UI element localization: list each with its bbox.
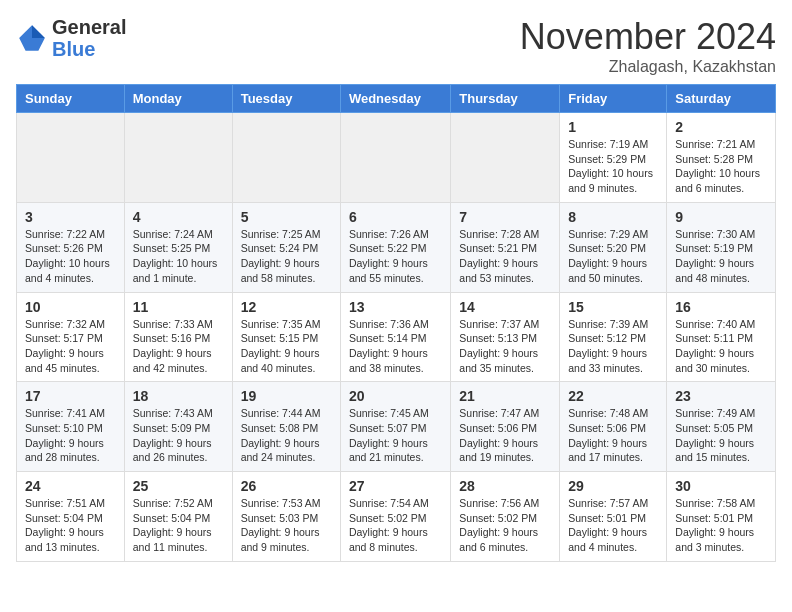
day-number: 18 xyxy=(133,388,224,404)
calendar-cell: 9Sunrise: 7:30 AM Sunset: 5:19 PM Daylig… xyxy=(667,202,776,292)
day-number: 10 xyxy=(25,299,116,315)
calendar-week-row: 1Sunrise: 7:19 AM Sunset: 5:29 PM Daylig… xyxy=(17,113,776,203)
day-number: 4 xyxy=(133,209,224,225)
calendar-cell: 22Sunrise: 7:48 AM Sunset: 5:06 PM Dayli… xyxy=(560,382,667,472)
calendar-cell: 20Sunrise: 7:45 AM Sunset: 5:07 PM Dayli… xyxy=(340,382,450,472)
weekday-header: Sunday xyxy=(17,85,125,113)
calendar-cell: 7Sunrise: 7:28 AM Sunset: 5:21 PM Daylig… xyxy=(451,202,560,292)
day-number: 23 xyxy=(675,388,767,404)
day-info: Sunrise: 7:56 AM Sunset: 5:02 PM Dayligh… xyxy=(459,496,551,555)
day-number: 11 xyxy=(133,299,224,315)
day-info: Sunrise: 7:53 AM Sunset: 5:03 PM Dayligh… xyxy=(241,496,332,555)
weekday-header: Friday xyxy=(560,85,667,113)
calendar-cell: 10Sunrise: 7:32 AM Sunset: 5:17 PM Dayli… xyxy=(17,292,125,382)
day-info: Sunrise: 7:40 AM Sunset: 5:11 PM Dayligh… xyxy=(675,317,767,376)
day-number: 6 xyxy=(349,209,442,225)
calendar-cell: 17Sunrise: 7:41 AM Sunset: 5:10 PM Dayli… xyxy=(17,382,125,472)
day-number: 9 xyxy=(675,209,767,225)
day-number: 8 xyxy=(568,209,658,225)
day-info: Sunrise: 7:54 AM Sunset: 5:02 PM Dayligh… xyxy=(349,496,442,555)
day-number: 19 xyxy=(241,388,332,404)
weekday-header: Tuesday xyxy=(232,85,340,113)
day-info: Sunrise: 7:25 AM Sunset: 5:24 PM Dayligh… xyxy=(241,227,332,286)
day-info: Sunrise: 7:22 AM Sunset: 5:26 PM Dayligh… xyxy=(25,227,116,286)
day-number: 27 xyxy=(349,478,442,494)
logo-general-text: General xyxy=(52,16,126,38)
calendar-cell: 25Sunrise: 7:52 AM Sunset: 5:04 PM Dayli… xyxy=(124,472,232,562)
calendar-cell: 13Sunrise: 7:36 AM Sunset: 5:14 PM Dayli… xyxy=(340,292,450,382)
weekday-header: Wednesday xyxy=(340,85,450,113)
day-info: Sunrise: 7:43 AM Sunset: 5:09 PM Dayligh… xyxy=(133,406,224,465)
day-number: 7 xyxy=(459,209,551,225)
calendar-cell: 3Sunrise: 7:22 AM Sunset: 5:26 PM Daylig… xyxy=(17,202,125,292)
day-info: Sunrise: 7:28 AM Sunset: 5:21 PM Dayligh… xyxy=(459,227,551,286)
day-number: 25 xyxy=(133,478,224,494)
day-number: 13 xyxy=(349,299,442,315)
day-info: Sunrise: 7:41 AM Sunset: 5:10 PM Dayligh… xyxy=(25,406,116,465)
day-info: Sunrise: 7:44 AM Sunset: 5:08 PM Dayligh… xyxy=(241,406,332,465)
weekday-header-row: SundayMondayTuesdayWednesdayThursdayFrid… xyxy=(17,85,776,113)
day-number: 14 xyxy=(459,299,551,315)
calendar-cell xyxy=(451,113,560,203)
day-number: 12 xyxy=(241,299,332,315)
day-number: 29 xyxy=(568,478,658,494)
day-info: Sunrise: 7:57 AM Sunset: 5:01 PM Dayligh… xyxy=(568,496,658,555)
month-title: November 2024 xyxy=(520,16,776,58)
day-info: Sunrise: 7:48 AM Sunset: 5:06 PM Dayligh… xyxy=(568,406,658,465)
day-info: Sunrise: 7:49 AM Sunset: 5:05 PM Dayligh… xyxy=(675,406,767,465)
location: Zhalagash, Kazakhstan xyxy=(520,58,776,76)
weekday-header: Monday xyxy=(124,85,232,113)
calendar-week-row: 3Sunrise: 7:22 AM Sunset: 5:26 PM Daylig… xyxy=(17,202,776,292)
logo-icon xyxy=(16,22,48,54)
calendar-cell: 21Sunrise: 7:47 AM Sunset: 5:06 PM Dayli… xyxy=(451,382,560,472)
calendar-cell: 4Sunrise: 7:24 AM Sunset: 5:25 PM Daylig… xyxy=(124,202,232,292)
day-number: 2 xyxy=(675,119,767,135)
calendar-cell: 16Sunrise: 7:40 AM Sunset: 5:11 PM Dayli… xyxy=(667,292,776,382)
day-info: Sunrise: 7:32 AM Sunset: 5:17 PM Dayligh… xyxy=(25,317,116,376)
day-info: Sunrise: 7:37 AM Sunset: 5:13 PM Dayligh… xyxy=(459,317,551,376)
day-info: Sunrise: 7:39 AM Sunset: 5:12 PM Dayligh… xyxy=(568,317,658,376)
day-info: Sunrise: 7:33 AM Sunset: 5:16 PM Dayligh… xyxy=(133,317,224,376)
page-header: General Blue November 2024 Zhalagash, Ka… xyxy=(16,16,776,76)
day-number: 24 xyxy=(25,478,116,494)
day-info: Sunrise: 7:29 AM Sunset: 5:20 PM Dayligh… xyxy=(568,227,658,286)
day-info: Sunrise: 7:36 AM Sunset: 5:14 PM Dayligh… xyxy=(349,317,442,376)
calendar-cell: 11Sunrise: 7:33 AM Sunset: 5:16 PM Dayli… xyxy=(124,292,232,382)
day-number: 17 xyxy=(25,388,116,404)
calendar-cell: 6Sunrise: 7:26 AM Sunset: 5:22 PM Daylig… xyxy=(340,202,450,292)
calendar-cell: 27Sunrise: 7:54 AM Sunset: 5:02 PM Dayli… xyxy=(340,472,450,562)
calendar-cell: 23Sunrise: 7:49 AM Sunset: 5:05 PM Dayli… xyxy=(667,382,776,472)
day-number: 20 xyxy=(349,388,442,404)
svg-marker-1 xyxy=(32,25,45,38)
calendar-cell: 19Sunrise: 7:44 AM Sunset: 5:08 PM Dayli… xyxy=(232,382,340,472)
day-info: Sunrise: 7:58 AM Sunset: 5:01 PM Dayligh… xyxy=(675,496,767,555)
calendar-cell: 5Sunrise: 7:25 AM Sunset: 5:24 PM Daylig… xyxy=(232,202,340,292)
weekday-header: Saturday xyxy=(667,85,776,113)
day-info: Sunrise: 7:45 AM Sunset: 5:07 PM Dayligh… xyxy=(349,406,442,465)
calendar-table: SundayMondayTuesdayWednesdayThursdayFrid… xyxy=(16,84,776,562)
calendar-cell: 2Sunrise: 7:21 AM Sunset: 5:28 PM Daylig… xyxy=(667,113,776,203)
day-number: 5 xyxy=(241,209,332,225)
calendar-cell xyxy=(232,113,340,203)
calendar-cell xyxy=(340,113,450,203)
day-number: 28 xyxy=(459,478,551,494)
calendar-week-row: 17Sunrise: 7:41 AM Sunset: 5:10 PM Dayli… xyxy=(17,382,776,472)
title-block: November 2024 Zhalagash, Kazakhstan xyxy=(520,16,776,76)
day-number: 3 xyxy=(25,209,116,225)
calendar-cell: 29Sunrise: 7:57 AM Sunset: 5:01 PM Dayli… xyxy=(560,472,667,562)
calendar-cell xyxy=(124,113,232,203)
calendar-cell: 28Sunrise: 7:56 AM Sunset: 5:02 PM Dayli… xyxy=(451,472,560,562)
day-info: Sunrise: 7:51 AM Sunset: 5:04 PM Dayligh… xyxy=(25,496,116,555)
day-info: Sunrise: 7:21 AM Sunset: 5:28 PM Dayligh… xyxy=(675,137,767,196)
day-number: 15 xyxy=(568,299,658,315)
calendar-cell: 14Sunrise: 7:37 AM Sunset: 5:13 PM Dayli… xyxy=(451,292,560,382)
calendar-cell: 30Sunrise: 7:58 AM Sunset: 5:01 PM Dayli… xyxy=(667,472,776,562)
calendar-cell: 24Sunrise: 7:51 AM Sunset: 5:04 PM Dayli… xyxy=(17,472,125,562)
calendar-cell: 12Sunrise: 7:35 AM Sunset: 5:15 PM Dayli… xyxy=(232,292,340,382)
calendar-cell: 1Sunrise: 7:19 AM Sunset: 5:29 PM Daylig… xyxy=(560,113,667,203)
day-info: Sunrise: 7:26 AM Sunset: 5:22 PM Dayligh… xyxy=(349,227,442,286)
day-info: Sunrise: 7:19 AM Sunset: 5:29 PM Dayligh… xyxy=(568,137,658,196)
logo: General Blue xyxy=(16,16,126,60)
day-info: Sunrise: 7:52 AM Sunset: 5:04 PM Dayligh… xyxy=(133,496,224,555)
day-number: 1 xyxy=(568,119,658,135)
